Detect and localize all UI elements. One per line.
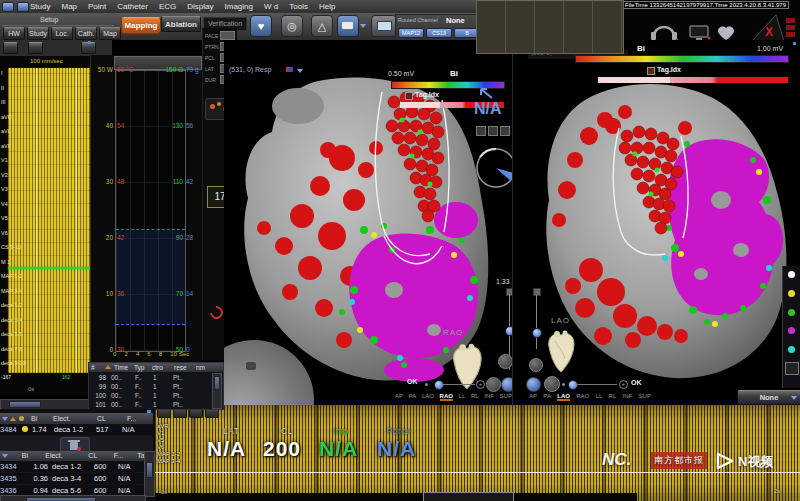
orientation-preset[interactable]: PA [543, 393, 551, 401]
legend-box[interactable] [785, 362, 799, 375]
zoom-slider-handle[interactable] [505, 326, 513, 336]
map-view-right[interactable]: (531, 0) 0.50 mV Bi 1.00 mV Tag.Idx LAO … [515, 40, 800, 410]
plus-button[interactable]: + [476, 380, 485, 389]
points-list-hscroll[interactable] [0, 495, 146, 501]
legend-color-dot[interactable] [788, 346, 795, 353]
point-row[interactable]: 100 00.. F.. 1 Pt.. [89, 391, 223, 400]
orientation-preset[interactable]: AP [529, 393, 537, 401]
view-tool-button[interactable] [529, 358, 543, 372]
channel-button[interactable]: MAP12 [398, 28, 424, 38]
orientation-preset[interactable]: LL [596, 393, 603, 401]
setup-button[interactable]: Loc. [51, 27, 73, 40]
orientation-preset[interactable]: LL [459, 393, 466, 401]
rotate-view-button[interactable] [501, 377, 513, 392]
point-row[interactable]: 101 00.. F.. 1 Pt.. [89, 400, 223, 409]
legend-color-dot[interactable] [788, 290, 795, 297]
orientation-preset[interactable]: RAO [440, 393, 453, 401]
menu-item[interactable]: Help [319, 2, 335, 11]
side-toolbar-row[interactable]: PACE [205, 31, 235, 40]
orientation-preset[interactable]: RL [609, 393, 617, 401]
routed-channel-value[interactable]: None [446, 16, 465, 25]
snapshot-button[interactable] [337, 15, 359, 37]
review-scroll-box[interactable] [423, 492, 514, 501]
heart-view-button[interactable]: ♥ [250, 15, 272, 37]
reset-view-button[interactable] [544, 376, 560, 392]
points-list-scrollbar[interactable] [144, 451, 155, 497]
points-scrollbar[interactable] [212, 373, 222, 409]
zoom-slider-track[interactable] [536, 295, 537, 349]
ecg-tool-button-1[interactable] [3, 42, 18, 54]
legend-color-dot[interactable] [788, 327, 795, 334]
orientation-preset[interactable]: PA [409, 393, 417, 401]
view-header-caret[interactable] [297, 69, 303, 73]
app-icon[interactable] [2, 2, 14, 12]
ok-button[interactable]: OK [631, 379, 642, 386]
tag-checkbox[interactable] [647, 67, 655, 75]
caliper-line-2[interactable] [76, 68, 77, 373]
menu-item[interactable]: Map [61, 2, 77, 11]
monitor-button[interactable] [371, 15, 397, 37]
col-num[interactable]: # [89, 363, 105, 372]
x-tick: 4 [136, 351, 139, 357]
signal-popup[interactable] [476, 0, 624, 54]
heart-orientation-icon[interactable] [543, 329, 579, 375]
legend-color-dot[interactable] [788, 271, 795, 278]
point-list-row[interactable]: 3435 0.36 deca 3-4 600 N/A [0, 473, 144, 485]
orientation-preset[interactable]: LAO [422, 393, 434, 401]
setup-button[interactable]: HW [3, 27, 25, 40]
tag-filter-dropdown[interactable]: None [737, 390, 800, 405]
orientation-preset[interactable]: AP [395, 393, 403, 401]
paw-icon [246, 362, 256, 370]
ecg-panel[interactable]: 100 mm/sec IIIIIIaVRaVLaVFV1V2V3V4V5V6CS… [0, 56, 90, 395]
impedance-tick: 150 Ω [161, 66, 183, 73]
orientation-preset[interactable]: LAO [557, 393, 570, 401]
setup-button[interactable]: Map [99, 27, 121, 40]
map-view-left[interactable]: (531, 0) Resp 0.50 mV Bi Tag.Idx N/A 1.3… [224, 40, 513, 410]
menu-item[interactable]: ECG [159, 2, 176, 11]
projection-button[interactable]: △ [311, 15, 333, 37]
orientation-preset[interactable]: RL [471, 393, 479, 401]
menu-item[interactable]: Study [30, 2, 50, 11]
menu-item[interactable]: Display [187, 2, 213, 11]
orientation-preset[interactable]: RAO [576, 393, 589, 401]
setup-button[interactable]: Study [27, 27, 49, 40]
point-row[interactable]: 98 00.. F.. 1 Pt.. [89, 373, 223, 382]
ecg-tool-button-2[interactable] [28, 42, 43, 54]
selected-point-row[interactable]: 3484 1.74 deca 1-2 517 N/A [0, 424, 153, 436]
menu-item[interactable]: Tools [289, 2, 308, 11]
point-list-row[interactable]: 3434 1.06 deca 1-2 600 N/A [0, 461, 144, 473]
point-row[interactable]: 99 00.. F.. 1 Pt.. [89, 382, 223, 391]
channel-button[interactable]: CS13 [426, 28, 452, 38]
caliper-line-1[interactable] [36, 68, 37, 373]
snapshot-dropdown-caret[interactable] [360, 24, 366, 28]
pan-slider-track[interactable] [443, 384, 475, 385]
trash-tab[interactable] [60, 437, 90, 452]
tag-checkbox[interactable] [405, 92, 413, 100]
app-icon-2[interactable] [17, 2, 29, 12]
ecg-scroll-handle[interactable] [9, 401, 41, 408]
pan-slider-handle[interactable] [568, 380, 578, 390]
menu-item[interactable]: Catheter [117, 2, 148, 11]
orientation-preset[interactable]: SUP [500, 393, 512, 401]
orientation-preset[interactable]: INF [623, 393, 633, 401]
compass-button[interactable]: ◎ [281, 15, 303, 37]
reset-view-button[interactable] [486, 377, 501, 392]
rotate-view-button[interactable] [526, 377, 541, 392]
menu-item[interactable]: Point [88, 2, 106, 11]
view-header[interactable]: (531, 0) Resp [229, 66, 271, 73]
ok-button[interactable]: OK [407, 378, 418, 385]
pan-slider-handle[interactable] [434, 380, 444, 390]
ablation-button[interactable]: Ablation [161, 16, 201, 32]
menu-item[interactable]: Imaging [225, 2, 253, 11]
mapping-button[interactable]: Mapping [121, 17, 161, 34]
zoom-slider-handle[interactable] [532, 328, 542, 338]
orientation-preset[interactable]: SUP [639, 393, 651, 401]
pan-slider-track[interactable] [577, 384, 617, 385]
setup-button[interactable]: Cath. [75, 27, 97, 40]
menu-item[interactable]: W d [264, 2, 278, 11]
legend-color-dot[interactable] [788, 309, 795, 316]
view-tool-button[interactable] [498, 354, 513, 369]
rotate-icon[interactable] [207, 303, 225, 321]
plus-button[interactable]: + [619, 380, 628, 389]
orientation-preset[interactable]: INF [484, 393, 494, 401]
